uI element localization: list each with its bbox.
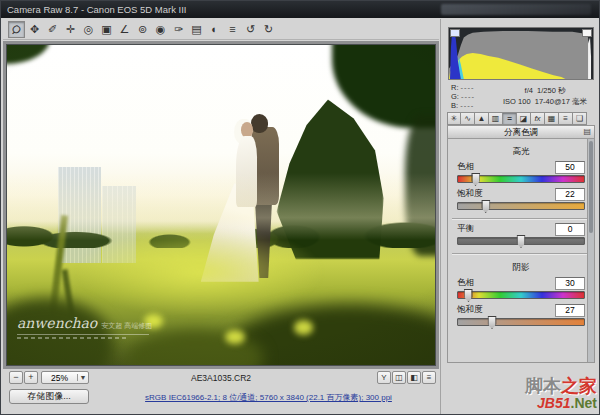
photographer-watermark: anwenchao安文超 高端修图 — [17, 314, 152, 339]
watermark-divider — [17, 334, 149, 335]
shutter-value: 1/250 秒 — [537, 86, 565, 95]
panel-tab-strip: ✳ ∿ ▲ ▥ = ◪ fx ▦ ≡ ❏ — [447, 112, 587, 125]
red-eye-icon: ◉ — [156, 22, 166, 37]
preview-settings-toggle[interactable]: ≡ — [422, 371, 436, 384]
shadow-saturation-label: 饱和度 — [457, 304, 483, 316]
color-sampler-tool[interactable]: ✛ — [62, 21, 79, 38]
zoom-level-value: 25% — [42, 373, 77, 383]
lens-icon: ◪ — [520, 114, 528, 123]
zoom-in-button[interactable]: + — [24, 371, 38, 384]
titlebar: Camera Raw 8.7 - Canon EOS 5D Mark III — [1, 1, 599, 18]
heal-icon: ⊚ — [138, 22, 147, 37]
highlight-hue-label: 色相 — [457, 161, 474, 173]
highlight-hue-slider[interactable] — [457, 175, 585, 183]
red-eye-tool[interactable]: ◉ — [152, 21, 169, 38]
zoom-level-select[interactable]: 25% ▼ — [41, 371, 89, 384]
photo-canvas[interactable]: anwenchao安文超 高端修图 — [6, 44, 436, 366]
shadow-clipping-indicator[interactable] — [450, 29, 460, 37]
divider — [452, 253, 590, 255]
highlight-saturation-slider[interactable] — [457, 202, 585, 210]
hand-tool[interactable]: ✥ — [26, 21, 43, 38]
tab-detail[interactable]: ▲ — [475, 112, 489, 125]
panel-header: 分离色调 ▤ — [448, 126, 594, 139]
slider-handle[interactable] — [471, 173, 480, 186]
camera-icon: ▦ — [548, 114, 556, 123]
slider-handle[interactable] — [517, 235, 526, 248]
curve-icon: ∿ — [464, 114, 471, 123]
watermark-cn-text: 安文超 高端修图 — [101, 322, 152, 329]
slider-handle[interactable] — [488, 316, 497, 329]
rotate-left-button[interactable]: ↺ — [242, 21, 259, 38]
tab-lens-corrections[interactable]: ◪ — [517, 112, 531, 125]
magnifier-icon: Ϙ — [8, 21, 24, 38]
balance-label: 平衡 — [457, 223, 474, 235]
rgb-readout: R: ---- G: ---- B: ---- — [451, 83, 475, 110]
histogram-plot — [449, 28, 593, 79]
brush-icon: ✑ — [174, 22, 183, 37]
balance-slider[interactable] — [457, 237, 585, 245]
shadow-saturation-slider[interactable] — [457, 318, 585, 326]
scrollbar-thumb[interactable] — [589, 141, 593, 233]
tab-camera-calibration[interactable]: ▦ — [545, 112, 559, 125]
radial-filter-tool[interactable]: ◐ — [206, 21, 223, 38]
b-label: B: — [451, 101, 458, 110]
slider-handle[interactable] — [464, 289, 473, 302]
highlight-saturation-label: 饱和度 — [457, 188, 483, 200]
tab-basic[interactable]: ✳ — [447, 112, 461, 125]
shadow-saturation-input[interactable] — [555, 304, 585, 317]
graduated-filter-tool[interactable]: ▤ — [188, 21, 205, 38]
spot-removal-tool[interactable]: ⊚ — [134, 21, 151, 38]
crop-icon: ▣ — [101, 22, 111, 37]
zoom-tool[interactable]: Ϙ — [8, 21, 25, 38]
snapshots-icon: ❏ — [576, 114, 583, 123]
sampler-icon: ✛ — [66, 22, 75, 37]
before-after-y-toggle[interactable]: Y — [377, 371, 391, 384]
panel-title: 分离色调 — [504, 127, 538, 137]
white-balance-tool[interactable]: ✐ — [44, 21, 61, 38]
tab-tone-curve[interactable]: ∿ — [461, 112, 475, 125]
shadow-hue-slider[interactable] — [457, 291, 585, 299]
tab-split-toning[interactable]: = — [503, 112, 517, 125]
chevron-down-icon: ▼ — [77, 374, 88, 381]
preview-area: anwenchao安文超 高端修图 — [3, 41, 439, 369]
targeted-adjustment-tool[interactable]: ◎ — [80, 21, 97, 38]
filename-label: AE3A1035.CR2 — [93, 373, 349, 383]
straighten-tool[interactable]: ∠ — [116, 21, 133, 38]
straighten-icon: ∠ — [120, 22, 130, 37]
watermark-script-text: anwenchao — [17, 315, 97, 331]
divider — [452, 218, 590, 220]
crop-tool[interactable]: ▣ — [98, 21, 115, 38]
iso-value: ISO 100 — [503, 97, 531, 106]
shadow-hue-input[interactable] — [555, 277, 585, 290]
target-icon: ◎ — [84, 22, 94, 37]
shadow-hue-label: 色相 — [457, 277, 474, 289]
save-image-button[interactable]: 存储图像... — [9, 389, 89, 404]
split-vertical-toggle[interactable]: ◫ — [392, 371, 406, 384]
titlebar-watermark — [441, 4, 591, 15]
rotate-right-button[interactable]: ↻ — [260, 21, 277, 38]
slider-handle[interactable] — [481, 200, 490, 213]
highlights-section-title: 高光 — [448, 146, 594, 158]
highlight-clipping-indicator[interactable] — [582, 29, 592, 37]
workflow-options-link[interactable]: sRGB IEC61966-2.1; 8 位/通道; 5760 x 3840 (… — [101, 392, 436, 403]
panel-menu-icon[interactable]: ▤ — [583, 126, 591, 138]
split-horizontal-toggle[interactable]: ◧ — [407, 371, 421, 384]
tab-effects[interactable]: fx — [531, 112, 545, 125]
rotate-ccw-icon: ↺ — [246, 22, 255, 37]
zoom-out-button[interactable]: − — [9, 371, 23, 384]
preferences-button[interactable]: ≡ — [224, 21, 241, 38]
histogram — [448, 27, 594, 80]
eyedropper-icon: ✐ — [48, 22, 57, 37]
r-label: R: — [451, 83, 459, 92]
tab-snapshots[interactable]: ❏ — [573, 112, 587, 125]
g-label: G: — [451, 92, 459, 101]
shadows-section-title: 阴影 — [448, 262, 594, 274]
basic-icon: ✳ — [451, 114, 458, 123]
panel-scrollbar[interactable] — [587, 139, 594, 362]
highlight-hue-input[interactable] — [555, 161, 585, 174]
tab-hsl-grayscale[interactable]: ▥ — [489, 112, 503, 125]
adjustment-brush-tool[interactable]: ✑ — [170, 21, 187, 38]
balance-input[interactable] — [555, 223, 585, 236]
tab-presets[interactable]: ≡ — [559, 112, 573, 125]
highlight-saturation-input[interactable] — [555, 188, 585, 201]
